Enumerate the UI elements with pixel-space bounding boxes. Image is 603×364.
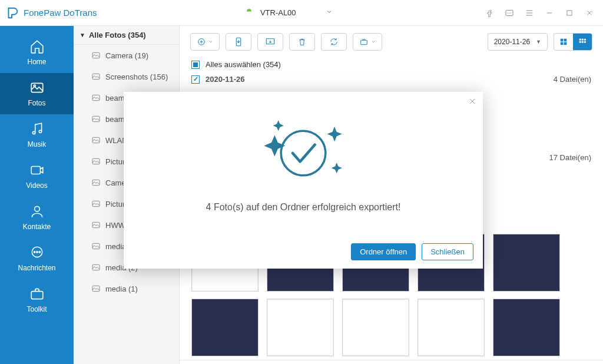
album-icon <box>91 157 101 166</box>
thumbnail-grid <box>180 295 603 360</box>
view-grid-large[interactable] <box>554 34 573 50</box>
success-icon <box>250 115 356 191</box>
svg-rect-4 <box>567 10 572 15</box>
album-icon <box>91 241 101 251</box>
close-dialog-button[interactable]: Schließen <box>422 243 473 260</box>
add-button[interactable] <box>190 33 220 51</box>
home-icon <box>29 39 45 54</box>
nav-home[interactable]: Home <box>0 32 74 73</box>
svg-rect-37 <box>582 39 584 41</box>
svg-rect-9 <box>31 167 40 174</box>
svg-rect-35 <box>564 42 567 45</box>
album-icon <box>91 178 101 187</box>
dialog-close-button[interactable] <box>468 97 477 109</box>
album-item[interactable]: media (1) <box>74 278 179 299</box>
menu-button[interactable] <box>521 4 538 22</box>
svg-point-13 <box>36 252 37 253</box>
photo-thumbnail[interactable] <box>418 299 485 356</box>
facebook-button[interactable] <box>481 4 498 22</box>
svg-point-8 <box>39 130 41 133</box>
view-grid-small[interactable] <box>573 34 592 50</box>
photo-thumbnail[interactable] <box>493 299 560 356</box>
feedback-button[interactable] <box>501 4 518 22</box>
album-icon <box>91 135 101 145</box>
svg-point-14 <box>39 252 40 253</box>
date-filter[interactable]: 2020-11-26 ▼ <box>488 33 548 51</box>
nav-toolkit[interactable]: Toolkit <box>0 279 74 320</box>
contacts-icon <box>29 204 45 219</box>
nav-musik[interactable]: Musik <box>0 114 74 155</box>
photo-thumbnail[interactable] <box>191 299 259 356</box>
section-checkbox[interactable] <box>191 75 200 84</box>
album-icon <box>91 114 101 124</box>
export-to-device-button[interactable] <box>226 33 251 51</box>
svg-rect-34 <box>561 42 564 45</box>
nav-kontakte[interactable]: Kontakte <box>0 197 74 238</box>
svg-point-42 <box>281 131 326 176</box>
minimize-button[interactable] <box>541 4 558 22</box>
toolbar: 2020-11-26 ▼ <box>180 26 603 58</box>
export-success-dialog: 4 Foto(s) auf den Ordner erfolgreich exp… <box>124 92 483 269</box>
app-logo <box>0 6 24 19</box>
date-section-header: 2020-11-26 4 Datei(en) <box>180 71 603 87</box>
select-all-row[interactable]: Alles auswählen (354) <box>180 58 603 71</box>
sidebar: Home Fotos Musik Videos Kontakte Nachric… <box>0 26 74 364</box>
close-button[interactable] <box>581 4 598 22</box>
nav-nachrichten[interactable]: Nachrichten <box>0 238 74 279</box>
status-bar: Insgesamt: 354 Datei(en)/74.95 MB; Ausge… <box>180 360 603 364</box>
svg-rect-41 <box>584 41 586 43</box>
video-icon <box>29 163 45 178</box>
open-folder-button[interactable]: Ordner öffnen <box>351 243 416 260</box>
album-icon <box>91 72 101 81</box>
svg-rect-36 <box>579 39 581 41</box>
triangle-down-icon: ▼ <box>536 39 541 45</box>
maximize-button[interactable] <box>561 4 578 22</box>
app-title: FonePaw DoTrans <box>24 8 97 18</box>
triangle-down-icon: ▼ <box>79 32 85 38</box>
svg-rect-40 <box>582 41 584 43</box>
music-icon <box>29 121 45 137</box>
album-icon <box>91 284 101 293</box>
more-tools-button[interactable] <box>353 33 382 51</box>
photo-thumbnail[interactable] <box>493 234 560 292</box>
svg-point-2 <box>509 12 509 13</box>
delete-button[interactable] <box>289 33 315 51</box>
album-icon <box>91 93 101 102</box>
photo-thumbnail[interactable] <box>267 299 334 356</box>
nav-fotos[interactable]: Fotos <box>0 73 74 114</box>
svg-rect-38 <box>584 39 586 41</box>
nav-videos[interactable]: Videos <box>0 155 74 197</box>
svg-rect-15 <box>31 292 43 299</box>
svg-point-7 <box>32 131 35 134</box>
messages-icon <box>29 245 45 260</box>
device-selector[interactable]: VTR-AL00 <box>238 6 340 20</box>
photo-thumbnail[interactable] <box>342 299 409 356</box>
chevron-down-icon <box>208 39 213 44</box>
android-icon <box>245 8 254 18</box>
device-name: VTR-AL00 <box>260 8 296 17</box>
select-all-checkbox[interactable] <box>191 61 200 69</box>
photos-icon <box>29 80 45 95</box>
view-toggle <box>554 33 592 51</box>
svg-rect-33 <box>564 39 567 42</box>
svg-rect-32 <box>561 39 564 42</box>
svg-point-10 <box>34 206 39 211</box>
svg-point-1 <box>508 12 508 13</box>
svg-point-12 <box>34 252 35 253</box>
title-bar: FonePaw DoTrans VTR-AL00 <box>0 0 603 26</box>
album-item[interactable]: Camera (19) <box>74 45 179 66</box>
svg-rect-31 <box>361 40 367 44</box>
album-icon <box>91 220 101 230</box>
album-icon <box>91 51 101 60</box>
album-icon <box>91 199 101 209</box>
svg-rect-39 <box>579 41 581 43</box>
refresh-button[interactable] <box>321 33 347 51</box>
album-icon <box>91 263 101 272</box>
chevron-down-icon <box>326 8 333 17</box>
dialog-message: 4 Foto(s) auf den Ordner erfolgreich exp… <box>206 202 401 213</box>
album-header[interactable]: ▼ Alle Fotos (354) <box>74 26 179 45</box>
toolkit-icon <box>29 286 45 302</box>
svg-point-3 <box>511 12 511 13</box>
export-to-pc-button[interactable] <box>257 33 283 51</box>
album-item[interactable]: Screenshots (156) <box>74 66 179 87</box>
